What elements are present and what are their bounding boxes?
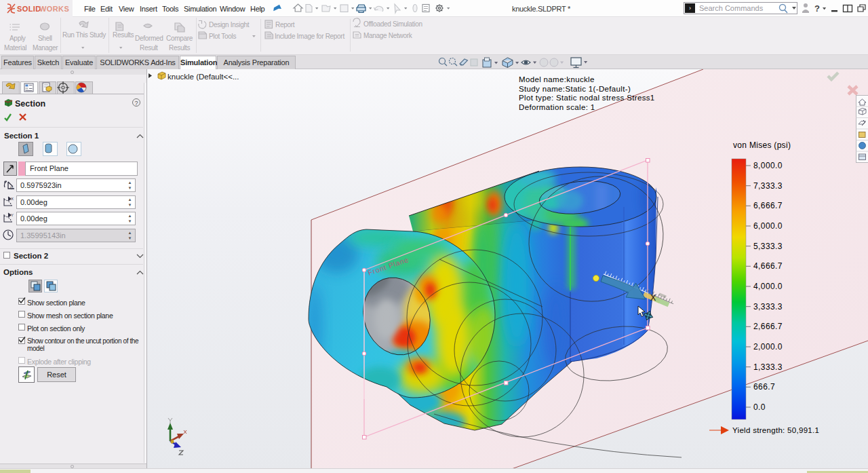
svg-text:SOLID: SOLID [17,5,41,13]
svg-text:Yield strength: 50,991.1: Yield strength: 50,991.1 [732,426,819,434]
svg-text:Model name:knuckle: Model name:knuckle [519,75,595,83]
svg-text:X: X [650,293,656,303]
svg-text:2,666.7: 2,666.7 [753,322,783,331]
svg-text:D: D [10,186,14,190]
svg-text:4,666.7: 4,666.7 [753,261,783,271]
svg-text:von Mises (psi): von Mises (psi) [733,140,791,150]
svg-text:?: ? [814,3,820,14]
svg-text:8,000.0: 8,000.0 [753,161,783,170]
svg-text:666.7: 666.7 [753,382,775,392]
svg-text:7,333.3: 7,333.3 [753,181,783,191]
svg-text:0.0: 0.0 [753,402,766,412]
svg-text:Plot type: Static nodal stress: Plot type: Static nodal stress Stress1 [519,94,655,102]
svg-text:WORKS: WORKS [39,5,69,13]
svg-text:2,000.0: 2,000.0 [753,342,783,352]
svg-text:3,333.3: 3,333.3 [753,302,783,311]
svg-text:1,333.3: 1,333.3 [753,362,783,372]
svg-text:Y: Y [11,213,14,217]
svg-text:6,666.7: 6,666.7 [753,201,783,210]
svg-text:X: X [11,197,14,201]
svg-text:6,000.0: 6,000.0 [753,221,783,231]
svg-text:Study name:Static 1(-Default-): Study name:Static 1(-Default-) [519,85,631,93]
svg-text:Deformation scale: 1: Deformation scale: 1 [519,103,595,111]
svg-text:knuckle (Default<<...: knuckle (Default<<... [167,73,239,81]
svg-text:4,000.0: 4,000.0 [753,282,783,291]
svg-text:5,333.3: 5,333.3 [753,242,783,251]
